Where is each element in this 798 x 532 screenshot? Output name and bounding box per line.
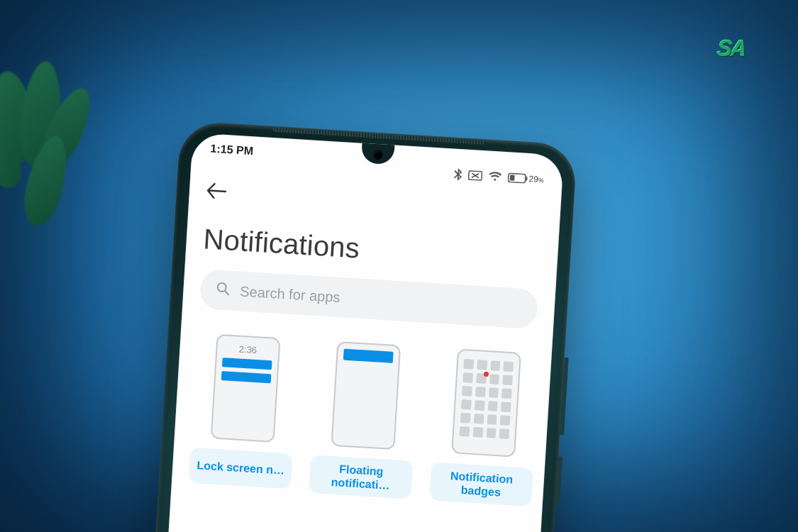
- mock-floating: [331, 341, 401, 450]
- phone-screen: 1:15 PM 29%: [159, 133, 564, 532]
- cast-icon: [467, 170, 482, 181]
- notification-options-row: 2:36 Lock screen n… Floating notificati…: [189, 333, 535, 506]
- option-label: Lock screen n…: [189, 448, 293, 489]
- mock-lock-screen: 2:36: [211, 334, 281, 443]
- arrow-left-icon: [206, 182, 226, 199]
- decorative-plant: [0, 64, 135, 234]
- search-input[interactable]: Search for apps: [199, 269, 539, 329]
- page-title: Notifications: [203, 223, 542, 275]
- mock-lock-time: 2:36: [223, 343, 273, 356]
- svg-rect-5: [509, 174, 514, 180]
- bluetooth-icon: [453, 168, 462, 182]
- watermark-logo: SA: [716, 35, 757, 64]
- back-button[interactable]: [206, 176, 235, 206]
- option-label: Floating notificati…: [309, 455, 413, 499]
- battery-icon: 29%: [507, 172, 544, 184]
- search-placeholder: Search for apps: [240, 283, 340, 306]
- svg-line-7: [225, 291, 228, 294]
- scene-background: SA 1:15 PM: [0, 0, 798, 532]
- option-lock-screen-notifications[interactable]: 2:36 Lock screen n…: [189, 333, 300, 492]
- option-label: Notification badges: [429, 462, 533, 506]
- search-icon: [216, 281, 231, 299]
- option-notification-badges[interactable]: Notification badges: [429, 348, 541, 507]
- status-time: 1:15 PM: [210, 143, 253, 158]
- svg-rect-4: [526, 177, 527, 181]
- mock-badges: [451, 348, 521, 457]
- phone-mockup: 1:15 PM 29%: [145, 121, 577, 532]
- wifi-icon: [487, 172, 502, 182]
- battery-percent: 29%: [528, 174, 544, 184]
- option-floating-notifications[interactable]: Floating notificati…: [309, 340, 420, 499]
